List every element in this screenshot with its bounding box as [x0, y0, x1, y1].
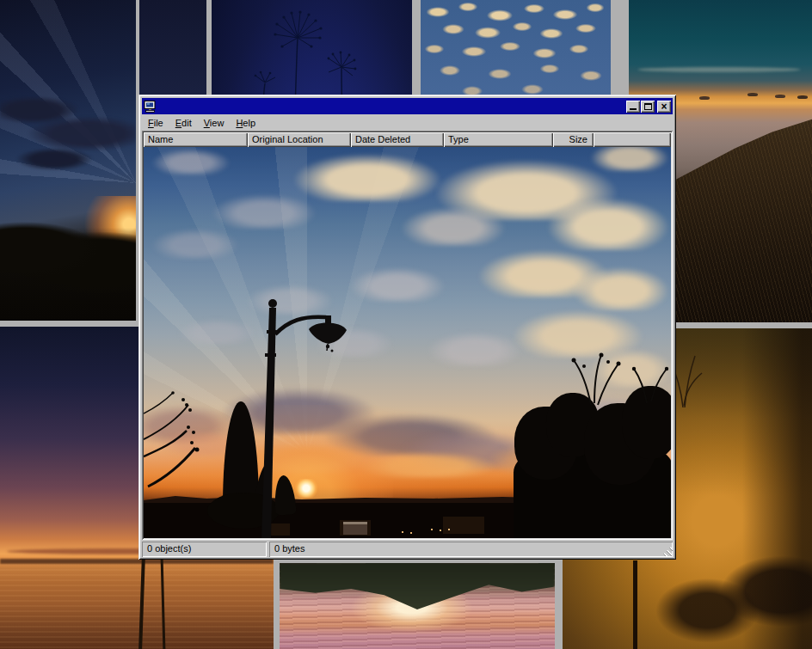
lamp-post-far	[633, 560, 637, 649]
list-view-frame: Name Original Location Date Deleted Type…	[142, 131, 673, 540]
maximize-icon	[644, 103, 652, 110]
menu-file[interactable]: File	[142, 116, 169, 130]
file-list-viewport[interactable]	[144, 147, 671, 538]
menu-bar: File Edit View Help	[141, 115, 674, 131]
column-header-row: Name Original Location Date Deleted Type…	[144, 132, 671, 147]
minimize-icon	[630, 108, 637, 110]
wallpaper-tile-water-reflection	[280, 563, 555, 649]
column-header-blank[interactable]	[594, 132, 671, 147]
street-lamp-and-branches	[144, 147, 669, 538]
minimize-button[interactable]	[626, 101, 640, 113]
water-ripples	[0, 564, 274, 649]
titlebar[interactable]: ×	[142, 98, 673, 114]
column-header-name[interactable]: Name	[144, 132, 248, 147]
small-clouds	[421, 0, 611, 103]
status-total-size: 0 bytes	[269, 542, 673, 557]
status-bar: 0 object(s) 0 bytes	[142, 542, 673, 557]
tree-silhouette	[0, 222, 136, 321]
column-header-type[interactable]: Type	[444, 132, 553, 147]
menu-view[interactable]: View	[198, 116, 231, 130]
column-header-size[interactable]: Size	[553, 132, 594, 147]
desktop: × File Edit View Help Name Original Loca…	[0, 0, 812, 649]
close-button[interactable]: ×	[657, 101, 671, 113]
status-object-count: 0 object(s)	[142, 542, 267, 557]
recycle-bin-window: × File Edit View Help Name Original Loca…	[138, 95, 676, 560]
left-branches	[144, 393, 195, 487]
computer-icon	[144, 101, 157, 113]
cloud-wisp	[637, 67, 801, 72]
close-icon: ×	[661, 102, 667, 111]
wallpaper-tile-sunset-rays	[0, 0, 136, 321]
menu-edit[interactable]: Edit	[169, 116, 198, 130]
menu-help[interactable]: Help	[230, 116, 261, 130]
column-header-original-location[interactable]: Original Location	[248, 132, 351, 147]
maximize-button[interactable]	[641, 101, 655, 113]
forest-reflection	[280, 563, 555, 615]
column-header-date-deleted[interactable]: Date Deleted	[351, 132, 444, 147]
dark-clouds	[0, 82, 136, 176]
